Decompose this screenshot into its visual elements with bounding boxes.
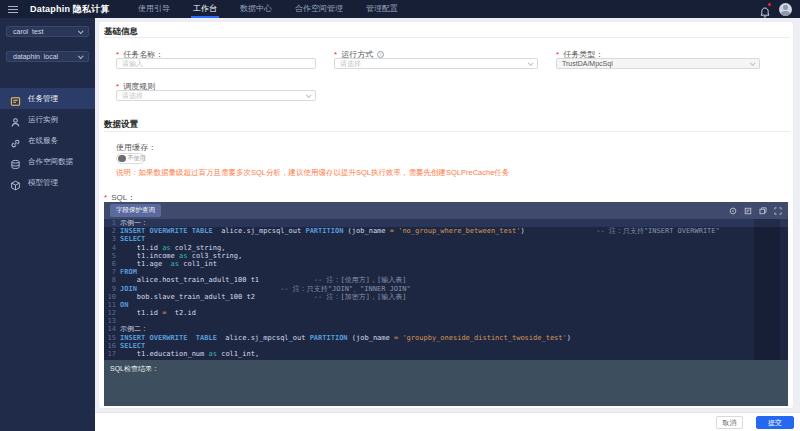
schedule-rule-select[interactable]: 请选择 xyxy=(116,90,316,101)
line-number: 13 xyxy=(104,317,120,325)
sql-check-result-label: SQL检查结果： xyxy=(104,360,788,374)
line-number: 9 xyxy=(104,285,120,293)
sql-code-line[interactable]: 10 bob.slave_train_adult_100 t2 -- 注：[加密… xyxy=(104,293,788,301)
line-number: 12 xyxy=(104,309,120,317)
sql-code-line[interactable]: 12 t1.id = t2.id xyxy=(104,309,788,317)
footer-bar: 取消 提交 xyxy=(95,412,800,431)
nav-item-3[interactable]: 合作空间管理 xyxy=(295,0,343,18)
toggle-knob xyxy=(118,155,126,163)
sidebar-item-label: 在线服务 xyxy=(28,136,58,146)
sidebar-item-3[interactable]: 合作空间数据 xyxy=(0,151,95,172)
sql-code-line[interactable]: 9JOIN -- 注：只支持"JOIN"、"INNER JOIN" xyxy=(104,285,788,293)
run-mode-select[interactable]: 请选择 xyxy=(334,58,538,69)
hamburger-menu-icon[interactable] xyxy=(8,6,18,13)
line-number: 3 xyxy=(104,235,120,243)
nav-item-1[interactable]: 工作台 xyxy=(193,0,217,18)
project-select[interactable]: dataphin_local xyxy=(6,51,89,62)
sql-code-line[interactable]: 14示例二： xyxy=(104,325,788,333)
chevron-down-icon xyxy=(306,92,312,98)
line-number: 6 xyxy=(104,260,120,268)
tasks-icon xyxy=(10,93,21,104)
chevron-down-icon xyxy=(78,53,84,59)
fullscreen-icon[interactable] xyxy=(774,207,782,215)
submit-button[interactable]: 提交 xyxy=(756,416,794,429)
field-protection-query-button[interactable]: 字段保护查询 xyxy=(110,204,161,217)
run-instance-icon xyxy=(10,114,21,125)
line-number: 5 xyxy=(104,252,120,260)
cache-toggle[interactable]: 不使用 xyxy=(116,153,145,164)
model-icon xyxy=(10,177,21,188)
sidebar-item-label: 模型管理 xyxy=(28,178,58,188)
sidebar-item-0[interactable]: 任务管理 xyxy=(0,88,95,109)
line-number: 16 xyxy=(104,342,120,350)
sql-code-line[interactable]: 5 t1.income as col3_string, xyxy=(104,252,788,260)
sql-code-line[interactable]: 16SELECT xyxy=(104,342,788,350)
sql-code-line[interactable]: 2INSERT OVERWRITE TABLE alice.sj_mpcsql_… xyxy=(104,227,788,235)
sidebar-item-4[interactable]: 模型管理 xyxy=(0,172,95,193)
copy-icon[interactable] xyxy=(759,207,767,215)
app-logo: Dataphin 隐私计算 xyxy=(30,3,110,16)
format-icon[interactable] xyxy=(744,207,752,215)
top-nav: 使用引导工作台数据中心合作空间管理管理配置 xyxy=(138,0,398,18)
chevron-down-icon xyxy=(528,60,534,66)
sidebar-item-2[interactable]: 在线服务 xyxy=(0,130,95,151)
sidebar-item-label: 任务管理 xyxy=(28,94,58,104)
sql-code-line[interactable]: 15INSERT OVERWRITE TABLE alice.sj_mpcsql… xyxy=(104,334,788,342)
sidebar: carol_test dataphin_local 任务管理运行实例在线服务合作… xyxy=(0,18,95,431)
line-number: 2 xyxy=(104,227,120,235)
sql-code-line[interactable]: 3SELECT xyxy=(104,235,788,243)
notification-bell-icon[interactable] xyxy=(760,4,770,15)
sidebar-menu: 任务管理运行实例在线服务合作空间数据模型管理 xyxy=(0,88,95,193)
nav-item-2[interactable]: 数据中心 xyxy=(240,0,272,18)
sql-check-result-panel: SQL检查结果： xyxy=(104,360,788,406)
cache-label: 使用缓存： xyxy=(116,142,156,153)
sql-code-line[interactable]: 1示例一： xyxy=(104,219,788,227)
sql-code-line[interactable]: 7FROM xyxy=(104,268,788,276)
cancel-button[interactable]: 取消 xyxy=(716,416,743,429)
data-settings-section-title: 数据设置 xyxy=(104,119,138,131)
line-number: 15 xyxy=(104,334,120,342)
main-panel: 基础信息 任务名称： 请输入 运行方式 i 请选择 任务类型： TrustDA/… xyxy=(99,22,793,408)
line-number: 1 xyxy=(104,219,120,227)
task-name-input[interactable]: 请输入 xyxy=(116,58,316,69)
nav-item-4[interactable]: 管理配置 xyxy=(366,0,398,18)
editor-toolbar: 字段保护查询 xyxy=(104,202,788,219)
online-service-icon xyxy=(10,135,21,146)
line-number: 8 xyxy=(104,276,120,284)
line-number: 14 xyxy=(104,325,120,333)
sql-code-lines: 1示例一：2INSERT OVERWRITE TABLE alice.sj_mp… xyxy=(104,219,788,358)
sql-code-line[interactable]: 4 t1.id as col2_string, xyxy=(104,244,788,252)
top-bar: Dataphin 隐私计算 使用引导工作台数据中心合作空间管理管理配置 xyxy=(0,0,800,18)
line-number: 11 xyxy=(104,301,120,309)
line-number: 17 xyxy=(104,350,120,358)
sql-code-line[interactable]: 13 xyxy=(104,317,788,325)
cache-note: 说明：如果数据量级超过百万且需要多次SQL分析，建议使用缓存以提升SQL执行效率… xyxy=(116,168,509,178)
user-avatar[interactable] xyxy=(779,3,792,16)
sidebar-item-label: 合作空间数据 xyxy=(28,157,73,167)
sidebar-item-label: 运行实例 xyxy=(28,115,58,125)
task-type-select[interactable]: TrustDA/MpcSql xyxy=(556,58,760,69)
sql-editor[interactable]: 字段保护查询 1示例一：2INSERT OVERWRITE TABLE alic… xyxy=(104,202,788,360)
sql-code-line[interactable]: 8 alice.host_train_adult_100 t1 -- 注：[使用… xyxy=(104,276,788,284)
line-number: 10 xyxy=(104,293,120,301)
info-icon[interactable]: i xyxy=(377,51,384,58)
chevron-down-icon xyxy=(78,28,84,34)
workspace-select[interactable]: carol_test xyxy=(6,26,89,37)
notification-badge xyxy=(768,3,772,7)
chevron-down-icon xyxy=(750,60,756,66)
nav-item-0[interactable]: 使用引导 xyxy=(138,0,170,18)
line-number: 7 xyxy=(104,268,120,276)
sql-code-line[interactable]: 6 t1.age as col1_int xyxy=(104,260,788,268)
sql-code-line[interactable]: 17 t1.education_num as col1_int, xyxy=(104,350,788,358)
line-number: 4 xyxy=(104,244,120,252)
sql-code-line[interactable]: 11ON xyxy=(104,301,788,309)
sidebar-item-1[interactable]: 运行实例 xyxy=(0,109,95,130)
workspace-data-icon xyxy=(10,156,21,167)
sql-code-area[interactable]: 1示例一：2INSERT OVERWRITE TABLE alice.sj_mp… xyxy=(104,219,788,360)
editor-minimap[interactable] xyxy=(754,219,780,360)
help-icon[interactable] xyxy=(729,207,737,215)
